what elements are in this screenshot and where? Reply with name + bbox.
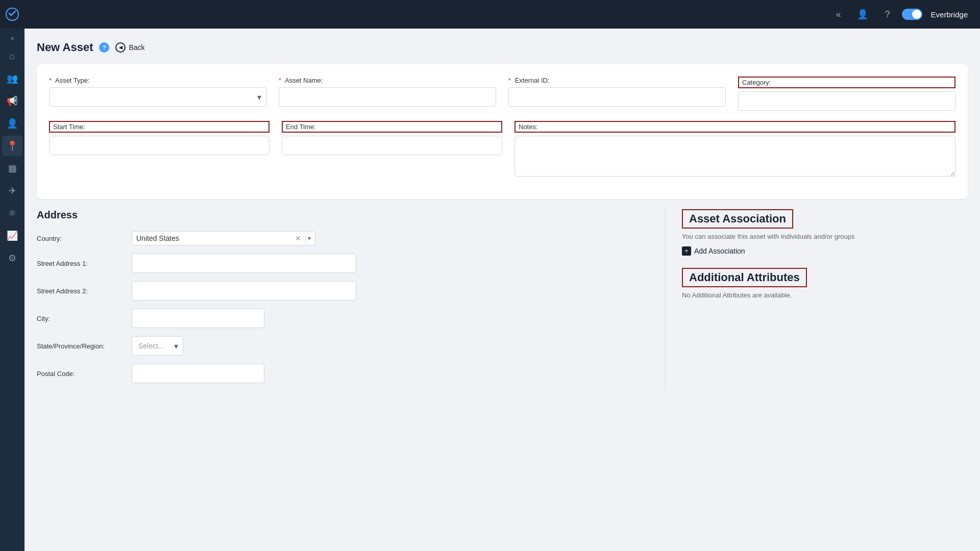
sidebar-item-location[interactable]: 📍 — [2, 136, 22, 156]
end-time-input[interactable] — [282, 136, 502, 155]
external-id-group: * External ID: — [508, 77, 726, 111]
country-row: Country: United States ✕ ▾ — [37, 231, 649, 245]
brand-name: Everbridge — [930, 10, 968, 19]
sidebar: » ⌂ 👥 📢 👤 📍 ▦ ✈ ⚛ 📈 ⚙ — [0, 29, 24, 551]
postal-label: Postal Code: — [37, 370, 124, 378]
state-select[interactable]: Select... — [132, 336, 183, 356]
add-association-button[interactable]: + Add Association — [682, 246, 968, 256]
page-title: New Asset — [37, 41, 93, 54]
street1-input[interactable] — [132, 254, 356, 273]
back-arrow-icon: ◄ — [115, 42, 126, 53]
start-time-group: Start Time: — [49, 121, 270, 177]
theme-toggle[interactable] — [902, 9, 922, 20]
category-group: Category: — [738, 77, 955, 111]
help-icon[interactable]: ? — [880, 5, 894, 24]
topbar-left — [0, 0, 24, 29]
user-icon[interactable]: 👤 — [853, 5, 872, 24]
back-label: Back — [129, 43, 144, 52]
country-value: United States — [136, 234, 293, 242]
notes-group: Notes: — [514, 121, 955, 177]
street1-row: Street Address 1: — [37, 254, 649, 273]
asset-association-title: Asset Association — [682, 209, 793, 229]
asset-name-group: * Asset Name: — [279, 77, 496, 111]
start-time-label: Start Time: — [49, 121, 270, 133]
topbar-right: « 👤 ? Everbridge — [831, 5, 968, 24]
category-input[interactable] — [738, 91, 955, 111]
asset-association-section: Asset Association You can associate this… — [682, 209, 968, 256]
form-row-1: * Asset Type: ▾ * Asset Name: — [49, 77, 955, 111]
end-time-label: End Time: — [282, 121, 502, 133]
country-chevron-icon[interactable]: ▾ — [308, 235, 311, 242]
page-header: New Asset ? ◄ Back — [37, 41, 968, 54]
sidebar-item-alerts[interactable]: 📢 — [2, 91, 22, 111]
sidebar-item-contacts[interactable]: 👤 — [2, 113, 22, 134]
street2-row: Street Address 2: — [37, 281, 649, 300]
sidebar-item-team[interactable]: 👥 — [2, 68, 22, 89]
country-label: Country: — [37, 235, 124, 242]
no-attributes-label: No Additional Attributes are available. — [682, 291, 968, 299]
country-divider — [305, 234, 306, 243]
right-panel: Asset Association You can associate this… — [682, 209, 968, 391]
asset-type-select-wrapper: ▾ — [49, 87, 266, 107]
main-content: New Asset ? ◄ Back * Asset Type: ▾ — [24, 29, 980, 551]
page-help-icon[interactable]: ? — [99, 42, 109, 53]
top-form-section: * Asset Type: ▾ * Asset Name: — [37, 64, 968, 199]
collapse-icon[interactable]: « — [831, 5, 845, 24]
asset-type-label: * Asset Type: — [49, 77, 266, 84]
asset-type-select[interactable] — [49, 87, 266, 107]
sidebar-item-travel[interactable]: ✈ — [2, 181, 22, 201]
asset-association-subtitle: You can associate this asset with indivi… — [682, 233, 968, 240]
state-label: State/Province/Region: — [37, 342, 124, 350]
asset-name-input[interactable] — [279, 87, 496, 107]
street2-input[interactable] — [132, 281, 356, 300]
vertical-separator — [665, 209, 666, 391]
external-id-label: * External ID: — [508, 77, 726, 84]
country-clear-icon[interactable]: ✕ — [293, 234, 303, 242]
postal-input[interactable] — [132, 364, 264, 383]
city-row: City: — [37, 309, 649, 328]
postal-row: Postal Code: — [37, 364, 649, 383]
two-col-layout: Address Country: United States ✕ ▾ Stree… — [37, 209, 968, 391]
street1-label: Street Address 1: — [37, 260, 124, 267]
start-time-input[interactable] — [49, 136, 270, 155]
notes-label: Notes: — [514, 121, 955, 133]
city-label: City: — [37, 315, 124, 322]
city-input[interactable] — [132, 309, 264, 328]
app-logo — [0, 0, 24, 29]
country-select-wrapper[interactable]: United States ✕ ▾ — [132, 231, 315, 245]
back-button[interactable]: ◄ Back — [115, 42, 144, 53]
additional-attributes-title: Additional Attributes — [682, 268, 807, 287]
external-id-required: * — [508, 77, 511, 84]
category-label: Category: — [738, 77, 955, 88]
external-id-input[interactable] — [508, 87, 726, 107]
address-title: Address — [37, 209, 649, 221]
street2-label: Street Address 2: — [37, 287, 124, 295]
asset-type-required: * — [49, 77, 52, 84]
form-row-2: Start Time: End Time: Notes: — [49, 121, 955, 177]
state-select-wrapper: Select... ▾ — [132, 336, 183, 356]
state-row: State/Province/Region: Select... ▾ — [37, 336, 649, 356]
notes-textarea[interactable] — [514, 136, 955, 177]
sidebar-expand-btn[interactable]: » — [9, 33, 16, 44]
sidebar-item-home[interactable]: ⌂ — [2, 46, 22, 66]
asset-name-label: * Asset Name: — [279, 77, 496, 84]
add-association-label: Add Association — [694, 247, 745, 255]
asset-type-group: * Asset Type: ▾ — [49, 77, 266, 111]
sidebar-item-analytics[interactable]: ⚛ — [2, 203, 22, 223]
sidebar-item-chart[interactable]: 📈 — [2, 226, 22, 246]
sidebar-item-settings[interactable]: ⚙ — [2, 248, 22, 268]
topbar: « 👤 ? Everbridge — [0, 0, 980, 29]
add-association-plus-icon: + — [682, 246, 691, 256]
sidebar-item-grid[interactable]: ▦ — [2, 158, 22, 179]
end-time-group: End Time: — [282, 121, 502, 177]
additional-attributes-section: Additional Attributes No Additional Attr… — [682, 268, 968, 299]
asset-name-required: * — [279, 77, 281, 84]
address-section: Address Country: United States ✕ ▾ Stree… — [37, 209, 649, 391]
